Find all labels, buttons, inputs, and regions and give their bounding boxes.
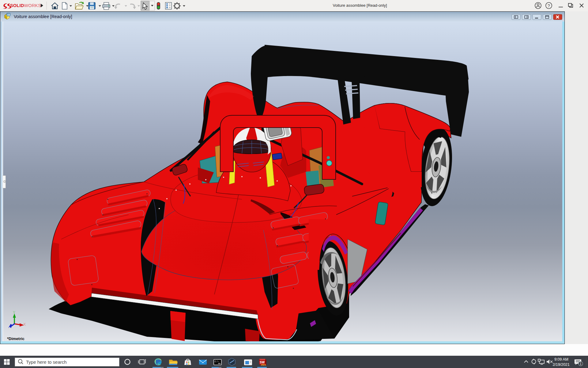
svg-text:1: 1 — [580, 362, 582, 366]
svg-text:?: ? — [548, 3, 550, 8]
svg-text:2021: 2021 — [261, 363, 266, 366]
svg-text:9:09 AM: 9:09 AM — [554, 357, 568, 362]
svg-text:2/19/2021: 2/19/2021 — [552, 362, 570, 367]
svg-text:SOLIDWORKS: SOLIDWORKS — [10, 3, 41, 8]
svg-text:C:\_: C:\_ — [215, 360, 220, 363]
